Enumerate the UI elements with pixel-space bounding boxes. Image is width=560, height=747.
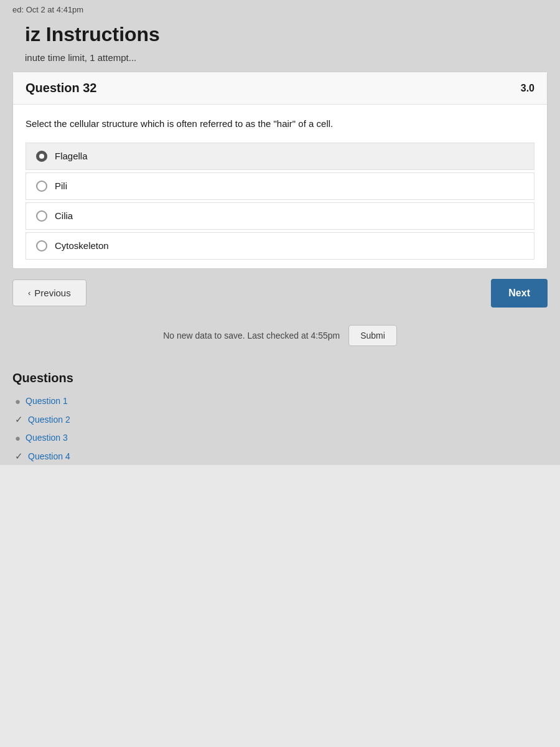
navigation-row: ‹ Previous Next [12, 269, 548, 317]
question-text: Select the cellular structure which is o… [26, 117, 534, 131]
sidebar-item-label-3: Question 3 [26, 433, 68, 443]
check-icon-2: ✓ [15, 414, 23, 425]
option-label-pili: Pili [55, 181, 67, 191]
submit-label: Submi [360, 331, 385, 341]
option-cytoskeleton[interactable]: Cytoskeleton [26, 232, 534, 260]
question-points: 3.0 [521, 83, 534, 94]
circle-q-icon-3: ● [15, 433, 21, 443]
sidebar-item-question1[interactable]: ● Question 1 [12, 393, 548, 410]
circle-q-icon-1: ● [15, 396, 21, 406]
question-number: Question 32 [26, 81, 96, 95]
answer-options: Flagella Pili Cilia Cytoskeleton [26, 143, 534, 262]
previous-label: Previous [34, 288, 70, 298]
sidebar-title: Questions [12, 371, 548, 385]
page-title: iz Instructions [12, 17, 548, 50]
sidebar-item-label-4: Question 4 [28, 451, 70, 461]
option-label-cilia: Cilia [55, 210, 73, 221]
radio-cilia [36, 210, 47, 222]
chevron-left-icon: ‹ [28, 288, 30, 298]
next-button[interactable]: Next [491, 279, 548, 308]
sidebar-item-question3[interactable]: ● Question 3 [12, 430, 548, 446]
save-status-row: No new data to save. Last checked at 4:5… [12, 317, 548, 359]
due-date: ed: Oct 2 at 4:41pm [12, 5, 548, 14]
page-subtitle: inute time limit, 1 attempt... [12, 50, 548, 72]
submit-button[interactable]: Submi [348, 325, 397, 346]
sidebar-item-question4[interactable]: ✓ Question 4 [12, 448, 548, 465]
option-cilia[interactable]: Cilia [26, 202, 534, 230]
option-label-flagella: Flagella [55, 151, 88, 161]
previous-button[interactable]: ‹ Previous [12, 280, 86, 306]
check-icon-4: ✓ [15, 451, 23, 462]
option-label-cytoskeleton: Cytoskeleton [55, 240, 109, 251]
sidebar-item-question2[interactable]: ✓ Question 2 [12, 411, 548, 428]
question-list: ● Question 1 ✓ Question 2 ● Question 3 ✓… [12, 393, 548, 465]
sidebar: Questions ● Question 1 ✓ Question 2 ● Qu… [0, 359, 560, 465]
radio-pili [36, 181, 47, 192]
radio-flagella [36, 151, 47, 162]
save-status-text: No new data to save. Last checked at 4:5… [163, 331, 340, 341]
next-label: Next [508, 288, 530, 298]
radio-cytoskeleton [36, 240, 47, 251]
sidebar-item-label-2: Question 2 [28, 415, 70, 425]
question-card: Question 32 3.0 Select the cellular stru… [12, 72, 548, 269]
sidebar-item-label-1: Question 1 [26, 396, 68, 406]
option-pili[interactable]: Pili [26, 172, 534, 200]
option-flagella[interactable]: Flagella [26, 143, 534, 170]
